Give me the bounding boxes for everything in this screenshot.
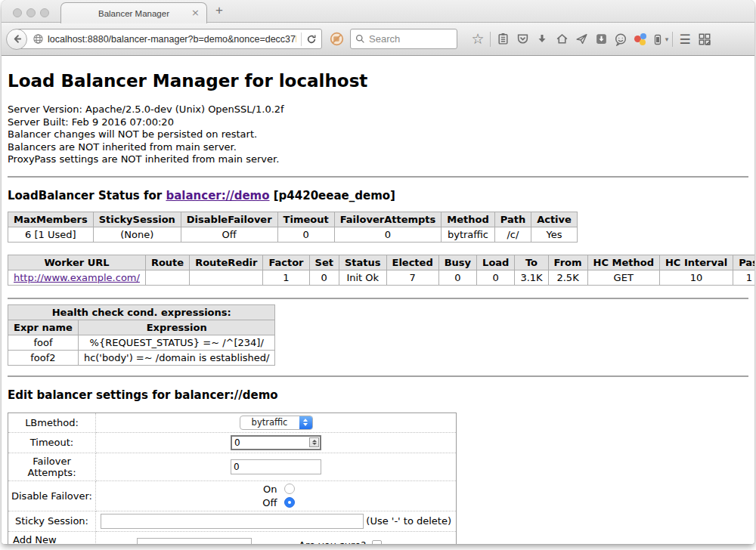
pocket-button[interactable] [513,29,532,49]
menu-button[interactable]: ☰ [675,29,695,49]
extension-colordots-button[interactable] [631,29,650,49]
cell-hc-method: GET [587,270,659,285]
cell-elected: 7 [386,270,438,285]
reading-list-button[interactable] [493,29,513,49]
failover-attempts-label: Failover Attempts: [8,453,96,480]
form-row-timeout: Timeout: [8,432,457,453]
col-header: Passes [733,255,754,270]
clipboard-icon [497,32,510,45]
col-header: HC Interval [659,255,733,270]
divider [8,176,748,178]
bookmark-star-button[interactable]: ☆ [468,29,488,49]
table-row: foof %{REQUEST_STATUS} =~ /^[234]/ [8,335,275,350]
col-header: StickySession [93,212,181,227]
cell-factor: 1 [263,270,309,285]
col-header: Route [145,255,189,270]
search-placeholder: Search [369,33,400,45]
home-button[interactable] [552,29,572,49]
disable-failover-off-radio[interactable] [284,497,295,508]
col-header: Busy [438,255,476,270]
disable-failover-on-radio[interactable] [284,484,295,494]
server-info: Server Version: Apache/2.5.0-dev (Unix) … [8,104,748,166]
number-spinner-icon[interactable] [309,437,319,447]
tab-balancer-manager[interactable]: Balancer Manager × [60,2,207,23]
col-header: Path [494,212,531,227]
edit-balancer-heading: Edit balancer settings for balancer://de… [8,388,748,402]
cell-expression: hc('body') =~ /domain is established/ [78,350,275,365]
cell-routeredir [190,270,263,285]
lbmethod-selected-value: bytraffic [240,416,299,429]
globe-icon [33,33,44,45]
add-worker-input[interactable] [137,538,252,544]
timeout-input[interactable] [231,435,321,450]
col-header: Expr name [8,320,79,335]
content-block-icon[interactable] [330,32,344,46]
worker-table: Worker URL Route RouteRedir Factor Set S… [8,255,754,286]
lbmethod-select[interactable]: bytraffic [240,416,313,430]
cell-passes: 1 (0) [733,270,754,285]
cell-status: Init Ok [339,270,386,285]
failover-attempts-input[interactable] [231,459,321,474]
page-content: Load Balancer Manager for localhost Serv… [2,57,754,544]
dropdown-caret-icon: ▾ [665,36,669,43]
pocket-icon [516,32,529,45]
col-header: Elected [386,255,438,270]
cell-failoverattempts: 0 [334,227,442,242]
cell-hc-interval: 10 [659,270,733,285]
cell-timeout: 0 [277,227,334,242]
hello-chat-button[interactable] [611,29,631,49]
square-down-arrow-icon [595,32,608,45]
share-button[interactable] [572,29,591,49]
sticky-session-hint: (Use '-' to delete) [366,515,451,527]
extension-panel-button[interactable]: ▾ [650,29,670,49]
downloads-button[interactable] [532,29,552,49]
panel-download-button[interactable] [591,29,611,49]
cell-active: Yes [531,227,578,242]
close-window-button[interactable] [13,8,22,17]
table-row: foof2 hc('body') =~ /domain is establish… [8,350,275,365]
battery-icon [652,33,664,45]
table-row: 6 [1 Used] (None) Off 0 0 bytraffic /c/ … [8,227,578,242]
col-header: FailoverAttempts [334,212,442,227]
cell-expr-name: foof [8,335,79,350]
radio-on-label: On [258,484,277,495]
zoom-window-button[interactable] [40,8,49,17]
divider [8,298,748,299]
hamburger-icon: ☰ [679,32,690,47]
back-button[interactable] [6,29,27,50]
browser-window: Balancer Manager × + localhost:8880/bala… [2,0,754,544]
cell-to: 3.1K [515,270,548,285]
home-icon [556,32,569,45]
col-header: Expression [78,320,275,335]
worker-url-link[interactable]: http://www.example.com/ [14,272,140,283]
col-header: RouteRedir [190,255,263,270]
cell-path: /c/ [494,227,531,242]
are-you-sure-checkbox[interactable] [372,540,382,544]
search-input[interactable]: Search [350,29,457,49]
cell-expr-name: foof2 [8,350,79,365]
select-chevrons-icon [299,416,312,429]
persist-note-line: Balancer changes will NOT be persisted o… [8,128,748,141]
tab-bar: Balancer Manager × + [2,0,754,23]
page-title: Load Balancer Manager for localhost [8,71,748,91]
col-header: Timeout [277,212,334,227]
grid-extension-button[interactable] [695,29,714,49]
form-row-disable-failover: Disable Failover: On Off [8,480,457,511]
are-you-sure-label: Are you sure? [299,539,366,544]
tab-close-icon[interactable]: × [191,7,200,19]
urlbar-separator [301,32,302,46]
grid-page-icon [698,32,711,46]
sticky-session-input[interactable] [101,514,364,529]
worker-row: http://www.example.com/ 1 0 Init Ok 7 0 … [8,270,755,285]
minimize-window-button[interactable] [26,8,36,17]
balancer-demo-link[interactable]: balancer://demo [166,189,269,202]
cell-worker-url: http://www.example.com/ [8,270,146,285]
new-tab-button[interactable]: + [215,3,223,18]
heading-suffix: [p4420eeae_demo] [270,189,395,202]
url-bar[interactable]: localhost:8880/balancer-manager?b=demo&n… [17,29,322,49]
search-icon [355,34,365,44]
toolbar-separator [490,32,491,47]
url-text[interactable]: localhost:8880/balancer-manager?b=demo&n… [48,34,296,45]
reload-button[interactable] [306,34,317,45]
col-header: To [515,255,548,270]
